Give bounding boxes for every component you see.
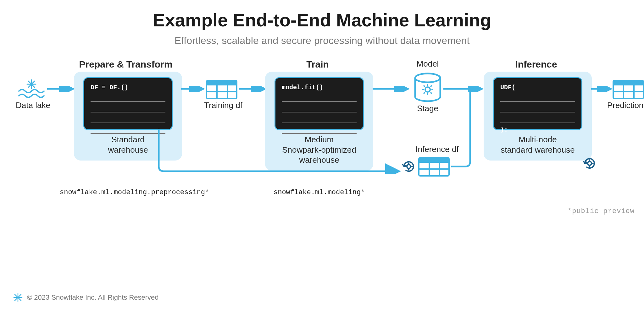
footer: © 2023 Snowflake Inc. All Rights Reserve…	[13, 293, 159, 302]
arrow-train-model	[373, 86, 410, 92]
data-lake-label: Data lake	[14, 101, 52, 110]
train-code-card: model.fit()	[275, 77, 364, 130]
training-df-icon	[206, 80, 237, 99]
inference-code-card: UDF( ):	[493, 77, 582, 130]
svg-rect-7	[207, 80, 237, 85]
page-subtitle: Effortless, scalable and secure processi…	[0, 35, 644, 46]
training-df-label: Training df	[201, 101, 245, 110]
svg-point-14	[415, 74, 440, 82]
gear-refresh-icon-2	[582, 156, 597, 172]
prepare-code-card: DF = DF.()	[83, 77, 173, 130]
data-lake-icon	[17, 79, 46, 102]
inference-title: Inference	[486, 59, 586, 70]
stage-label: Stage	[412, 104, 443, 113]
model-stage-icon	[412, 72, 443, 105]
train-package: snowflake.ml.modeling*	[274, 188, 365, 196]
gear-refresh-icon	[401, 159, 417, 176]
arrow-datalake-prepare	[47, 86, 75, 92]
predictions-icon	[613, 80, 644, 99]
inference-caption: Multi-node standard warehouse	[493, 134, 582, 155]
svg-point-23	[407, 165, 411, 168]
model-label: Model	[409, 59, 447, 69]
diagram-canvas: Data lake Prepare & Transform DF = DF.()…	[0, 53, 644, 258]
prepare-code: DF = DF.()	[91, 84, 165, 91]
preview-note: *public preview	[568, 207, 635, 215]
train-title: Train	[267, 59, 368, 70]
svg-rect-25	[419, 158, 449, 163]
inference-card: UDF( ): Multi-node standard warehouse	[484, 72, 592, 161]
arrow-prepare-trainingdf	[181, 86, 206, 92]
arrow-inference-predictions	[591, 86, 613, 92]
arrow-trainingdf-train	[239, 86, 267, 92]
svg-rect-19	[613, 80, 643, 85]
inference-df-icon	[418, 157, 450, 177]
page-title: Example End-to-End Machine Learning	[0, 9, 644, 30]
train-code: model.fit()	[282, 84, 357, 91]
arrow-prepare-to-inferencedf	[157, 129, 402, 174]
arrow-inferencedf-to-inference	[450, 88, 487, 170]
inference-code-bottom: ):	[500, 126, 575, 134]
footer-copyright: © 2023 Snowflake Inc. All Rights Reserve…	[27, 293, 159, 302]
prepare-package: snowflake.ml.modeling.preprocessing*	[60, 188, 209, 196]
snowflake-logo-icon	[13, 293, 23, 302]
predictions-label: Predictions	[604, 101, 644, 110]
svg-point-29	[588, 161, 591, 165]
prepare-title: Prepare & Transform	[75, 59, 176, 70]
inference-code-top: UDF(	[500, 84, 575, 91]
